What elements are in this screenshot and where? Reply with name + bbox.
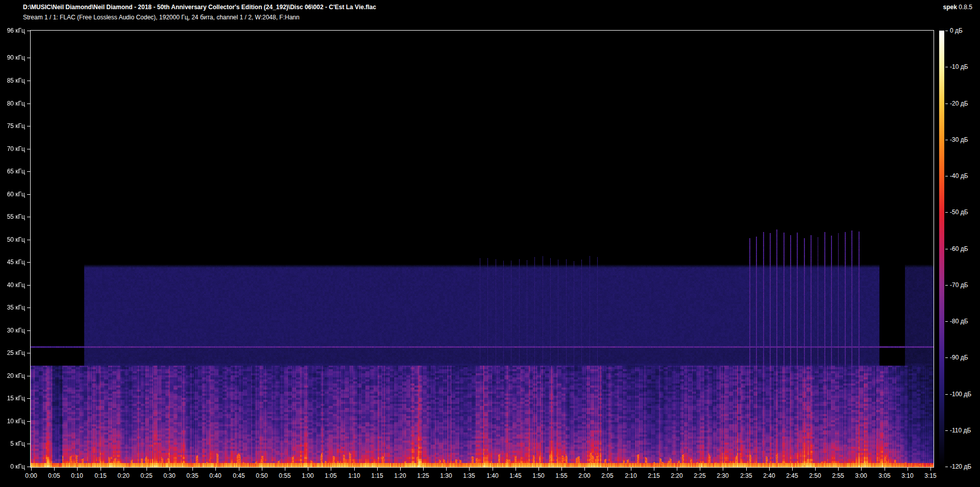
db-tick — [945, 67, 948, 67]
time-tick — [54, 468, 55, 471]
colorbar — [939, 31, 944, 467]
freq-tick — [27, 149, 30, 149]
time-tick-label: 0:00 — [18, 472, 44, 479]
time-tick — [654, 468, 654, 471]
spectrogram-canvas — [31, 31, 934, 467]
time-tick — [331, 468, 331, 471]
freq-tick-label: 5 кГц — [0, 440, 25, 447]
stream-info: Stream 1 / 1: FLAC (Free Lossless Audio … — [23, 14, 300, 21]
time-tick — [561, 468, 562, 471]
time-tick-label: 1:10 — [341, 472, 367, 479]
freq-tick — [27, 398, 30, 399]
time-tick — [423, 468, 424, 471]
db-tick — [945, 321, 948, 322]
freq-tick-label: 20 кГц — [0, 372, 25, 379]
db-tick-label: -90 дБ — [950, 354, 968, 361]
time-tick-label: 1:00 — [295, 472, 321, 479]
time-tick — [262, 468, 262, 471]
time-tick-label: 3:10 — [895, 472, 920, 479]
db-tick — [945, 285, 948, 286]
freq-tick — [27, 126, 30, 126]
time-tick-label: 2:10 — [618, 472, 644, 479]
spectrogram-plot — [30, 30, 934, 468]
time-tick-label: 2:15 — [641, 472, 667, 479]
freq-tick-label: 80 кГц — [0, 100, 25, 107]
db-tick — [945, 430, 948, 431]
time-tick-label: 1:05 — [318, 472, 344, 479]
time-tick-label: 0:40 — [203, 472, 228, 479]
time-tick — [146, 468, 147, 471]
db-tick-label: -110 дБ — [950, 427, 971, 434]
freq-tick-label: 40 кГц — [0, 281, 25, 289]
freq-tick — [27, 285, 30, 286]
db-tick-label: -70 дБ — [950, 281, 968, 289]
time-tick-label: 3:15 — [918, 472, 943, 479]
freq-tick — [27, 171, 30, 172]
freq-tick — [27, 58, 30, 58]
time-tick — [77, 468, 78, 471]
db-tick — [945, 357, 948, 358]
time-tick-label: 2:05 — [595, 472, 620, 479]
time-tick-label: 2:40 — [756, 472, 782, 479]
db-tick — [945, 212, 948, 213]
freq-tick-label: 25 кГц — [0, 349, 25, 356]
time-tick — [169, 468, 170, 471]
db-tick — [945, 31, 948, 31]
time-tick — [677, 468, 677, 471]
time-tick — [908, 468, 908, 471]
freq-tick — [27, 330, 30, 331]
time-tick — [930, 468, 931, 471]
db-tick — [945, 176, 948, 176]
time-tick — [308, 468, 308, 471]
freq-tick-label: 65 кГц — [0, 168, 25, 175]
time-tick-label: 0:20 — [111, 472, 136, 479]
time-tick — [493, 468, 493, 471]
db-tick — [945, 394, 948, 395]
freq-tick — [27, 444, 30, 444]
time-tick — [192, 468, 193, 471]
time-tick-label: 1:25 — [410, 472, 436, 479]
time-tick — [815, 468, 816, 471]
db-tick — [945, 104, 948, 104]
time-tick — [285, 468, 285, 471]
freq-tick-label: 10 кГц — [0, 418, 25, 425]
freq-tick-label: 50 кГц — [0, 236, 25, 243]
time-tick-label: 0:15 — [88, 472, 113, 479]
freq-tick-label: 90 кГц — [0, 54, 25, 61]
time-tick-label: 1:40 — [480, 472, 505, 479]
time-tick — [469, 468, 470, 471]
freq-tick — [27, 240, 30, 240]
time-tick — [769, 468, 770, 471]
freq-tick — [27, 194, 30, 195]
time-tick-label: 3:00 — [848, 472, 874, 479]
time-tick — [400, 468, 401, 471]
time-tick-label: 0:50 — [249, 472, 275, 479]
time-tick-label: 1:35 — [456, 472, 482, 479]
time-tick — [377, 468, 378, 471]
freq-tick-label: 35 кГц — [0, 304, 25, 311]
time-tick — [31, 468, 32, 471]
time-tick-label: 0:05 — [41, 472, 67, 479]
time-tick-label: 2:00 — [572, 472, 597, 479]
freq-tick — [27, 353, 30, 353]
app-brand: spek 0.8.5 — [943, 4, 972, 11]
window-title-file-path: D:\MUSIC\Neil Diamond\Neil Diamond - 201… — [23, 4, 376, 11]
db-tick — [945, 467, 948, 467]
time-tick-label: 2:50 — [802, 472, 828, 479]
db-tick-label: -30 дБ — [950, 136, 968, 143]
time-tick-label: 0:35 — [180, 472, 205, 479]
time-tick — [700, 468, 700, 471]
time-tick-label: 1:20 — [387, 472, 413, 479]
freq-tick-label: 70 кГц — [0, 145, 25, 152]
time-tick — [354, 468, 355, 471]
freq-tick-label: 55 кГц — [0, 213, 25, 220]
freq-tick — [27, 81, 30, 81]
time-tick — [861, 468, 862, 471]
time-tick — [516, 468, 516, 471]
db-tick-label: -40 дБ — [950, 172, 968, 180]
freq-tick — [27, 307, 30, 308]
time-tick — [792, 468, 793, 471]
db-tick-label: -10 дБ — [950, 63, 968, 70]
time-tick — [746, 468, 747, 471]
time-tick — [584, 468, 585, 471]
